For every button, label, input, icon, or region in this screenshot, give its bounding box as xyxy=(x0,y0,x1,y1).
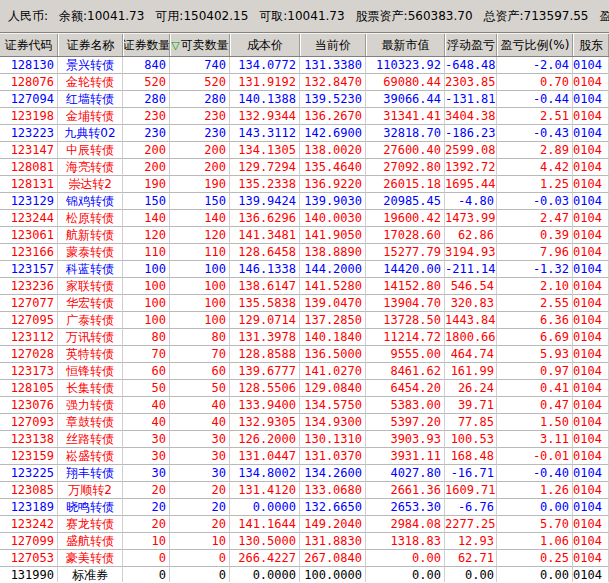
column-header-sellable[interactable]: ▽可卖数量 xyxy=(170,34,230,56)
table-row[interactable]: 123159崧盛转债3030131.0447131.03703931.11168… xyxy=(0,448,609,465)
table-row[interactable]: 127077华宏转债100100135.5838139.047013904.70… xyxy=(0,295,609,312)
cell-price: 149.2040 xyxy=(300,516,366,533)
column-header-code[interactable]: 证券代码 xyxy=(0,34,58,56)
cell-pl_pct: 3.11 xyxy=(497,431,573,448)
cell-holder: 0104 xyxy=(573,227,609,244)
cell-code: 127095 xyxy=(0,312,58,329)
cell-holder: 0104 xyxy=(573,261,609,278)
cell-sellable: 740 xyxy=(170,57,230,74)
account-stat-profit_loss: 盈亏:2403 xyxy=(599,8,609,25)
cell-pl_pct: 7.96 xyxy=(497,244,573,261)
cell-cost: 132.9344 xyxy=(230,108,300,125)
table-row[interactable]: 127053豪美转债00266.4227267.08400.0062.710.2… xyxy=(0,550,609,567)
cell-qty: 230 xyxy=(123,108,170,125)
cell-sellable: 200 xyxy=(170,142,230,159)
cell-cost: 146.1338 xyxy=(230,261,300,278)
column-header-cost[interactable]: 成本价 xyxy=(230,34,300,56)
cell-qty: 840 xyxy=(123,57,170,74)
cell-pl: -131.81 xyxy=(445,91,497,108)
account-bar-items: 余额:10041.73可用:150402.15可取:10041.73股票资产:5… xyxy=(59,8,609,25)
table-row[interactable]: 123061航新转债120120141.3481141.905017028.60… xyxy=(0,227,609,244)
table-row[interactable]: 123112万讯转债8080131.3978140.184011214.7218… xyxy=(0,329,609,346)
column-header-label: 证券代码 xyxy=(5,37,53,54)
cell-cost: 131.9192 xyxy=(230,74,300,91)
cell-holder: 0104 xyxy=(573,465,609,482)
table-row[interactable]: 123223九典转02230230143.3112142.690032818.7… xyxy=(0,125,609,142)
table-row[interactable]: 123173恒锋转债6060139.6777141.02708461.62161… xyxy=(0,363,609,380)
cell-name: 章鼓转债 xyxy=(58,414,123,431)
table-row[interactable]: 128105长集转债5050128.5506129.08406454.2026.… xyxy=(0,380,609,397)
account-stat-withdrawable: 可取:10041.73 xyxy=(259,8,344,25)
cell-sellable: 40 xyxy=(170,397,230,414)
table-row[interactable]: 123076强力转债4040133.9400134.57505383.0039.… xyxy=(0,397,609,414)
cell-cost: 132.9305 xyxy=(230,414,300,431)
column-header-pl_pct[interactable]: 盈亏比例(%) xyxy=(497,34,573,56)
cell-qty: 100 xyxy=(123,295,170,312)
cell-qty: 230 xyxy=(123,125,170,142)
cell-code: 127099 xyxy=(0,533,58,550)
cell-cost: 0.0000 xyxy=(230,567,300,582)
cell-pl_pct: 0.00 xyxy=(497,499,573,516)
cell-pl_pct: 0.41 xyxy=(497,380,573,397)
table-row[interactable]: 123157科蓝转债100100146.1338144.200014420.00… xyxy=(0,261,609,278)
table-row[interactable]: 127028英特转债7070128.8588136.50009555.00464… xyxy=(0,346,609,363)
table-row[interactable]: 127099盛航转债1010130.5000131.88301318.8312.… xyxy=(0,533,609,550)
cell-price: 132.6650 xyxy=(300,499,366,516)
cell-pl: 546.54 xyxy=(445,278,497,295)
cell-code: 123129 xyxy=(0,193,58,210)
cell-price: 139.9030 xyxy=(300,193,366,210)
table-row[interactable]: 123085万顺转22020131.4120133.06802661.36160… xyxy=(0,482,609,499)
column-header-price[interactable]: 当前价 xyxy=(300,34,366,56)
cell-pl_pct: 0.00 xyxy=(497,567,573,582)
cell-pl_pct: 0.70 xyxy=(497,74,573,91)
cell-pl: 2277.25 xyxy=(445,516,497,533)
cell-pl: -16.71 xyxy=(445,465,497,482)
cell-pl_pct: 6.69 xyxy=(497,329,573,346)
cell-pl_pct: 2.51 xyxy=(497,108,573,125)
table-row[interactable]: 127093章鼓转债4040132.9305134.93005397.2077.… xyxy=(0,414,609,431)
cell-price: 139.5230 xyxy=(300,91,366,108)
cell-name: 家联转债 xyxy=(58,278,123,295)
table-row[interactable]: 123198金埔转债230230132.9344136.267031341.41… xyxy=(0,108,609,125)
cell-value: 13904.70 xyxy=(366,295,445,312)
cell-price: 136.9220 xyxy=(300,176,366,193)
sort-descending-icon: ▽ xyxy=(171,40,179,51)
table-row[interactable]: 123189晓鸣转债20200.0000132.66502653.30-6.76… xyxy=(0,499,609,516)
cell-cost: 131.0447 xyxy=(230,448,300,465)
cell-pl_pct: 0.25 xyxy=(497,550,573,567)
cell-qty: 30 xyxy=(123,448,170,465)
cell-pl_pct: -0.01 xyxy=(497,448,573,465)
column-header-holder[interactable]: 股东 xyxy=(573,34,609,56)
table-row[interactable]: 128081海亮转债200200129.7294135.464027092.80… xyxy=(0,159,609,176)
cell-code: 123112 xyxy=(0,329,58,346)
table-row[interactable]: 123236家联转债100100138.6147141.528014152.80… xyxy=(0,278,609,295)
cell-holder: 0104 xyxy=(573,448,609,465)
cell-name: 豪美转债 xyxy=(58,550,123,567)
column-header-name[interactable]: 证券名称 xyxy=(58,34,123,56)
table-row[interactable]: 123242赛龙转债2020141.1644149.20402984.08227… xyxy=(0,516,609,533)
cell-holder: 0104 xyxy=(573,363,609,380)
table-row[interactable]: 131990标准券000.0000100.00000.000.000.00010… xyxy=(0,567,609,582)
cell-cost: 139.9424 xyxy=(230,193,300,210)
cell-price: 142.6900 xyxy=(300,125,366,142)
table-row[interactable]: 128076金轮转债520520131.9192132.847069080.44… xyxy=(0,74,609,91)
table-row[interactable]: 127095广泰转债100100129.0714137.285013728.50… xyxy=(0,312,609,329)
column-header-qty[interactable]: 证券数量 xyxy=(123,34,170,56)
table-row[interactable]: 123166蒙泰转债110110128.6458138.889015277.79… xyxy=(0,244,609,261)
cell-price: 131.3380 xyxy=(300,57,366,74)
table-row[interactable]: 123244松原转债140140136.6296140.003019600.42… xyxy=(0,210,609,227)
table-row[interactable]: 128130景兴转债840740134.0772131.3380110323.9… xyxy=(0,57,609,74)
cell-name: 科蓝转债 xyxy=(58,261,123,278)
table-row[interactable]: 123147中辰转债200200134.1305138.002027600.40… xyxy=(0,142,609,159)
table-row[interactable]: 127094红墙转债280280140.1388139.523039066.44… xyxy=(0,91,609,108)
account-stat-total_assets: 总资产:713597.55 xyxy=(484,8,589,25)
cell-price: 133.0680 xyxy=(300,482,366,499)
table-row[interactable]: 128131崇达转2190190135.2338136.922026015.18… xyxy=(0,176,609,193)
table-row[interactable]: 123138丝路转债3030126.2000130.13103903.93100… xyxy=(0,431,609,448)
column-header-pl[interactable]: 浮动盈亏 xyxy=(445,34,497,56)
table-row[interactable]: 123225翔丰转债3030134.8002134.26004027.80-16… xyxy=(0,465,609,482)
cell-sellable: 20 xyxy=(170,499,230,516)
cell-holder: 0104 xyxy=(573,516,609,533)
table-row[interactable]: 123129锦鸡转债150150139.9424139.903020985.45… xyxy=(0,193,609,210)
column-header-value[interactable]: 最新市值 xyxy=(366,34,445,56)
